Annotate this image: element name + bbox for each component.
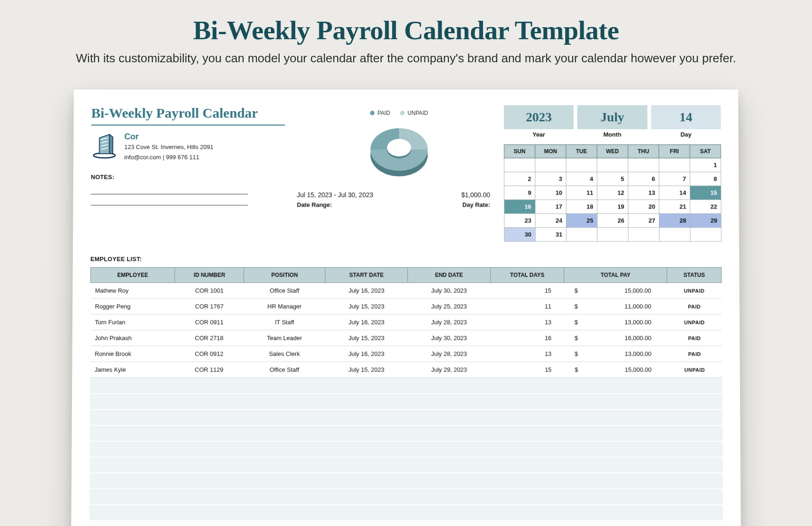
cal-cell[interactable]: 18 xyxy=(566,200,597,214)
cell-start: July 15, 2023 xyxy=(325,362,408,377)
table-row-empty[interactable] xyxy=(90,473,723,489)
cal-cell[interactable]: 29 xyxy=(690,214,721,227)
building-icon xyxy=(91,132,118,161)
cal-cell[interactable] xyxy=(597,227,628,241)
cal-cell[interactable]: 20 xyxy=(628,200,659,214)
cell-end: July 28, 2023 xyxy=(408,314,490,330)
employee-table[interactable]: EMPLOYEEID NUMBERPOSITIONSTART DATEEND D… xyxy=(89,267,723,521)
table-row-empty[interactable] xyxy=(90,394,722,409)
cell-start: July 16, 2023 xyxy=(325,283,408,299)
cal-cell[interactable]: 22 xyxy=(690,200,721,214)
emp-header: END DATE xyxy=(408,267,490,282)
cal-cell[interactable]: 5 xyxy=(597,172,628,186)
cal-cell[interactable]: 19 xyxy=(597,200,628,214)
cal-cell[interactable]: 24 xyxy=(535,214,566,227)
cell-days: 13 xyxy=(490,346,565,362)
cal-cell[interactable] xyxy=(566,227,597,241)
cal-cell[interactable] xyxy=(628,227,659,241)
date-range-label: Date Range: xyxy=(297,201,332,208)
cal-cell[interactable]: 25 xyxy=(566,214,597,227)
cell-id: COR 1129 xyxy=(174,362,244,377)
cell-pay: $13,000.00 xyxy=(564,314,667,330)
cal-cell[interactable] xyxy=(659,158,690,172)
cal-cell[interactable] xyxy=(535,158,566,172)
cal-dow: TUE xyxy=(566,145,597,158)
cal-dow: WED xyxy=(597,145,628,158)
cal-cell[interactable] xyxy=(597,158,628,172)
cal-cell[interactable]: 6 xyxy=(628,172,659,186)
cell-end: July 28, 2023 xyxy=(408,346,490,362)
cal-cell[interactable] xyxy=(690,227,721,241)
table-row-empty[interactable] xyxy=(90,409,722,425)
cell-position: HR Manager xyxy=(244,299,325,314)
cal-cell[interactable]: 10 xyxy=(535,186,566,200)
chart-legend: PAID UNPAID xyxy=(294,110,504,116)
cell-start: July 15, 2023 xyxy=(325,299,408,314)
year-box[interactable]: 2023 xyxy=(504,105,574,129)
table-row-empty[interactable] xyxy=(90,441,722,457)
month-box[interactable]: July xyxy=(577,105,647,129)
table-row-empty[interactable] xyxy=(89,505,723,520)
cell-pay: $13,000.00 xyxy=(564,346,667,362)
cal-cell[interactable]: 3 xyxy=(535,172,566,186)
cal-cell[interactable]: 31 xyxy=(535,227,566,241)
cell-status: UNPAID xyxy=(667,283,722,299)
notes-label: NOTES: xyxy=(91,173,294,180)
table-row[interactable]: John PrakashCOR 2718Team LeaderJuly 15, … xyxy=(90,330,722,346)
cal-dow: FRI xyxy=(659,145,690,158)
cal-cell[interactable]: 13 xyxy=(628,186,659,200)
cal-dow: THU xyxy=(628,145,659,158)
day-box[interactable]: 14 xyxy=(651,105,721,129)
cal-cell[interactable]: 30 xyxy=(504,227,535,241)
cal-cell[interactable]: 23 xyxy=(504,214,535,227)
cal-cell[interactable]: 16 xyxy=(504,200,535,214)
cal-cell[interactable] xyxy=(504,158,535,172)
table-row-empty[interactable] xyxy=(90,457,722,472)
cal-cell[interactable]: 21 xyxy=(659,200,690,214)
cal-cell[interactable]: 8 xyxy=(690,172,721,186)
donut-chart xyxy=(294,119,504,184)
cal-cell[interactable]: 1 xyxy=(690,158,721,172)
day-label: Day xyxy=(651,131,721,138)
cal-cell[interactable]: 12 xyxy=(597,186,628,200)
cal-cell[interactable] xyxy=(628,158,659,172)
cal-cell[interactable]: 26 xyxy=(597,214,628,227)
cal-cell[interactable]: 11 xyxy=(566,186,597,200)
cal-cell[interactable]: 15 xyxy=(690,186,721,200)
cell-employee: James Kyle xyxy=(90,362,174,377)
legend-unpaid-label: UNPAID xyxy=(407,110,428,116)
cal-cell[interactable]: 17 xyxy=(535,200,566,214)
calendar[interactable]: SUNMONTUEWEDTHUFRISAT 123456789101112131… xyxy=(504,144,722,242)
cal-dow: SUN xyxy=(504,145,535,158)
emp-header: ID NUMBER xyxy=(175,267,244,282)
cal-cell[interactable]: 2 xyxy=(504,172,535,186)
date-range-value: Jul 15, 2023 - Jul 30, 2023 xyxy=(297,191,373,198)
table-row[interactable]: Ronnie BrookCOR 0912Sales ClerkJuly 16, … xyxy=(90,346,722,362)
table-row-empty[interactable] xyxy=(89,489,722,504)
table-row[interactable]: Rogger PengCOR 1767HR ManagerJuly 15, 20… xyxy=(90,299,722,314)
emp-header: STATUS xyxy=(667,267,721,282)
cal-cell[interactable]: 7 xyxy=(659,172,690,186)
table-row[interactable]: Torn FurlanCOR 0911IT StaffJuly 16, 2023… xyxy=(90,314,722,330)
notes-lines[interactable] xyxy=(91,183,294,205)
cal-cell[interactable]: 27 xyxy=(628,214,659,227)
table-row-empty[interactable] xyxy=(90,377,722,393)
day-rate-value: $1,000.00 xyxy=(461,191,490,198)
cal-cell[interactable]: 28 xyxy=(659,214,690,227)
table-row[interactable]: James KyleCOR 1129Office StaffJuly 15, 2… xyxy=(90,362,722,377)
table-row-empty[interactable] xyxy=(90,425,722,441)
cal-cell[interactable]: 4 xyxy=(566,172,597,186)
cell-position: Office Staff xyxy=(244,283,325,299)
svg-point-8 xyxy=(387,139,411,156)
cal-cell[interactable]: 9 xyxy=(504,186,535,200)
document-title: Bi-Weekly Payroll Calendar xyxy=(91,105,294,121)
cal-cell[interactable] xyxy=(566,158,597,172)
cal-cell[interactable]: 14 xyxy=(659,186,690,200)
table-row[interactable]: Mathew RoyCOR 1001Office StaffJuly 16, 2… xyxy=(90,283,722,299)
cell-status: PAID xyxy=(667,299,722,314)
cell-start: July 16, 2023 xyxy=(325,314,408,330)
title-underline xyxy=(91,125,285,126)
cell-employee: Mathew Roy xyxy=(90,283,175,299)
cal-cell[interactable] xyxy=(659,227,690,241)
cell-status: UNPAID xyxy=(667,314,722,330)
